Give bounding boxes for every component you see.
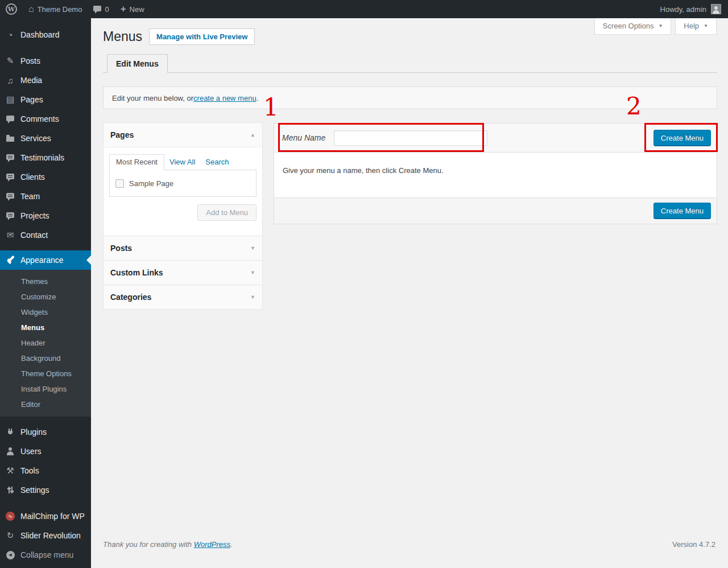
sidebar-label: Projects [20,211,49,220]
comments-icon [5,117,16,121]
submenu-item-header[interactable]: Header [0,335,91,351]
sidebar-item-dashboard[interactable]: ◔ Dashboard [0,25,91,44]
sidebar-label: Media [20,76,42,85]
menu-editor-panel: Menu Name Create Menu Give your menu a n… [274,123,717,224]
slider-revolution-icon: ↻ [5,530,16,541]
posts-metabox-title: Posts [110,244,132,253]
plus-icon: + [121,3,126,15]
collapse-up-icon[interactable]: ▲ [250,132,255,138]
custom-links-metabox-title: Custom Links [110,268,163,277]
collapse-down-icon[interactable]: ▼ [250,245,255,251]
menu-name-input[interactable] [334,130,487,146]
user-avatar[interactable] [711,4,721,14]
tab-view-all[interactable]: View All [164,154,200,170]
sidebar-item-appearance[interactable]: Appearance [0,250,91,270]
posts-metabox-header[interactable]: Posts ▼ [104,236,262,260]
sidebar-item-contact[interactable]: ✉ Contact [0,225,91,245]
site-name-link[interactable]: ⌂ Theme Demo [23,0,88,18]
menu-name-label: Menu Name [282,133,325,142]
submenu-item-background[interactable]: Background [0,351,91,366]
chevron-down-icon: ▼ [704,23,708,28]
tab-edit-menus[interactable]: Edit Menus [107,54,168,73]
help-label: Help [684,22,699,30]
custom-links-metabox-header[interactable]: Custom Links ▼ [104,261,262,285]
sidebar-label: Slider Revolution [20,531,81,540]
sidebar-item-media[interactable]: ♫ Media [0,71,91,90]
create-new-menu-link[interactable]: create a new menu [193,94,257,102]
comment-count: 0 [105,5,109,14]
submenu-item-theme-options[interactable]: Theme Options [0,366,91,381]
submenu-item-editor[interactable]: Editor [0,397,91,412]
testimonial-icon [5,175,16,179]
sample-page-checkbox[interactable] [115,179,124,188]
collapse-down-icon[interactable]: ▼ [250,270,255,275]
sidebar-item-testimonials[interactable]: Testimonials [0,148,91,167]
sidebar-item-clients[interactable]: Clients [0,167,91,187]
screen-options-button[interactable]: Screen Options ▼ [594,18,672,35]
sidebar-item-plugins[interactable]: Plugins [0,422,91,442]
testimonial-icon [5,194,16,199]
comments-shortcut[interactable]: 0 [88,0,114,18]
howdy-admin-link[interactable]: Howdy, admin [660,5,706,14]
sidebar-label: Comments [20,114,59,124]
version-label: Version 4.7.2 [672,540,715,549]
sidebar-item-pages[interactable]: ▤ Pages [0,90,91,109]
wordpress-logo-icon: W [6,3,17,15]
brush-icon [5,256,16,265]
footer-thanks-text: Thank you for creating with [103,540,194,549]
submenu-item-menus[interactable]: Menus [0,320,91,335]
pages-metabox-body: Most Recent View All Search Sample Page … [104,147,262,236]
posts-metabox: Posts ▼ [103,236,263,261]
sidebar-label: Appearance [20,256,64,265]
sidebar-item-mailchimp[interactable]: ∿ MailChimp for WP [0,507,91,526]
collapse-menu-button[interactable]: ◀ Collapse menu [0,545,91,565]
tab-most-recent[interactable]: Most Recent [109,154,164,170]
manage-menus-notice: Edit your menu below, or create a new me… [103,87,717,109]
sidebar-label: Services [20,134,51,143]
menu-editor-footer: Create Menu [274,197,717,224]
new-content-menu[interactable]: + New [115,0,150,18]
submenu-item-customize[interactable]: Customize [0,289,91,304]
categories-metabox-header[interactable]: Categories ▼ [104,285,262,309]
pages-metabox-header[interactable]: Pages ▲ [104,123,262,147]
sidebar-item-settings[interactable]: Settings [0,480,91,500]
new-label: New [130,5,144,14]
submenu-item-widgets[interactable]: Widgets [0,304,91,320]
admin-sidebar: ◔ Dashboard ✎ Posts ♫ Media ▤ Pages Comm… [0,18,91,568]
site-name-label: Theme Demo [38,5,82,14]
sidebar-item-posts[interactable]: ✎ Posts [0,51,91,71]
add-to-menu-button[interactable]: Add to Menu [197,204,257,221]
help-button[interactable]: Help ▼ [675,18,717,35]
sidebar-label: Contact [20,231,48,240]
footer-thanks-period: . [230,540,233,549]
sidebar-label: Team [20,192,40,201]
admin-bar: W ⌂ Theme Demo 0 + New Howdy, admin [0,0,728,18]
create-menu-button-bottom[interactable]: Create Menu [653,203,711,219]
wordpress-logo-menu[interactable]: W [0,0,23,18]
sidebar-label: MailChimp for WP [20,512,85,521]
sidebar-item-team[interactable]: Team [0,187,91,206]
menu-instruction-text: Give your menu a name, then click Create… [283,166,444,175]
sidebar-item-comments[interactable]: Comments [0,109,91,129]
sidebar-label: Plugins [20,427,47,437]
submenu-item-themes[interactable]: Themes [0,274,91,289]
envelope-icon: ✉ [5,230,16,240]
media-icon: ♫ [5,76,16,85]
tab-search[interactable]: Search [200,154,234,170]
submenu-item-install-plugins[interactable]: Install Plugins [0,381,91,397]
sidebar-item-users[interactable]: Users [0,442,91,461]
comment-bubble-icon [93,6,101,11]
wordpress-footer-link[interactable]: WordPress [194,540,230,549]
sidebar-item-projects[interactable]: Projects [0,206,91,225]
home-icon: ⌂ [28,4,34,14]
create-menu-button-top[interactable]: Create Menu [653,130,711,146]
sidebar-item-slider-revolution[interactable]: ↻ Slider Revolution [0,526,91,545]
manage-live-preview-button[interactable]: Manage with Live Preview [149,28,255,45]
sidebar-item-services[interactable]: Services [0,129,91,148]
active-menu-arrow [86,256,91,265]
sidebar-label: Dashboard [20,30,60,39]
collapse-down-icon[interactable]: ▼ [250,294,255,300]
sidebar-item-tools[interactable]: ⚒ Tools [0,461,91,480]
categories-metabox: Categories ▼ [103,285,263,310]
sidebar-label: Posts [20,56,40,65]
